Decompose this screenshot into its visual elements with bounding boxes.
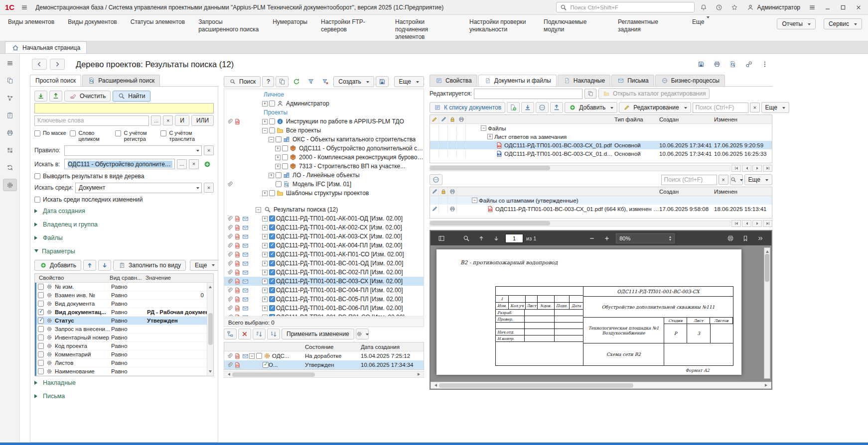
item-checkbox[interactable] bbox=[276, 181, 282, 187]
last-page-button[interactable] bbox=[763, 165, 772, 172]
pdf-page-input[interactable] bbox=[505, 234, 523, 243]
apply-change-button[interactable]: Применить изменение bbox=[282, 329, 354, 339]
param-row[interactable]: № изм. Равно bbox=[36, 283, 207, 291]
result-checkbox[interactable] bbox=[269, 278, 275, 284]
search-string-input[interactable] bbox=[34, 103, 214, 113]
to-documents-list-button[interactable]: К списку документов bbox=[430, 102, 505, 113]
tree-item[interactable]: 2000 - Комплексная реконструкция буровой… bbox=[224, 153, 424, 162]
pdf-zoom-in-button[interactable] bbox=[601, 233, 613, 244]
item-checkbox[interactable] bbox=[282, 145, 288, 151]
import-query-button[interactable] bbox=[34, 91, 47, 102]
expander[interactable] bbox=[262, 297, 268, 302]
tree-view-button[interactable] bbox=[224, 329, 237, 339]
column-value[interactable]: Значение bbox=[145, 275, 207, 281]
keywords-clear-button[interactable]: × bbox=[163, 115, 173, 125]
file-row[interactable]: W ОДС111-РД-ТП01-001-ВС-003-СХ_01.docx О… bbox=[430, 149, 772, 158]
current-user-button[interactable]: Администратор bbox=[743, 3, 803, 11]
add-search-location-button[interactable] bbox=[201, 159, 214, 170]
column-created[interactable]: Создан bbox=[659, 189, 714, 195]
open-edit-catalog-button[interactable]: Открыть каталог редактирования bbox=[598, 88, 710, 99]
result-checkbox[interactable] bbox=[269, 216, 275, 222]
expander[interactable] bbox=[262, 234, 268, 239]
param-checkbox[interactable] bbox=[38, 334, 44, 340]
print-column-icon[interactable] bbox=[448, 188, 457, 196]
refresh-button[interactable] bbox=[290, 76, 303, 87]
search-in-combo[interactable]: ОДС111 - Обустройство дополнительно... bbox=[64, 159, 175, 169]
close-button[interactable] bbox=[852, 2, 865, 13]
help-button[interactable]: ? bbox=[262, 76, 274, 87]
editing-input[interactable] bbox=[474, 89, 582, 99]
expander[interactable] bbox=[249, 199, 255, 204]
menu-item[interactable]: Настройки подчинения элементов bbox=[395, 18, 456, 41]
pdf-bookmark-button[interactable] bbox=[739, 233, 751, 244]
rule-combo[interactable] bbox=[64, 145, 202, 156]
param-checkbox[interactable] bbox=[38, 368, 44, 374]
column-created[interactable]: Дата создания bbox=[361, 344, 424, 350]
tree-results-checkbox[interactable]: Выводить результаты в виде дерева bbox=[34, 173, 214, 180]
result-checkbox[interactable] bbox=[269, 233, 275, 239]
cancel-changes-button[interactable] bbox=[238, 329, 251, 339]
add-param-button[interactable]: Добавить bbox=[34, 260, 81, 271]
form-action-button[interactable] bbox=[742, 59, 755, 70]
expander[interactable] bbox=[262, 225, 268, 230]
scroll-thumb[interactable] bbox=[430, 221, 550, 225]
param-row[interactable]: Наименование Равно bbox=[36, 367, 207, 376]
rule-clear-button[interactable]: × bbox=[204, 145, 214, 155]
expander[interactable] bbox=[275, 155, 281, 160]
result-checkbox[interactable] bbox=[269, 224, 275, 230]
search-result-item[interactable]: PDF ОДС111-РД-ТП01-001-АК-004-ПЛ [Изм. 0… bbox=[224, 241, 424, 250]
maximize-button[interactable] bbox=[837, 2, 850, 13]
menu-item[interactable]: Запросы расширенного поиска bbox=[198, 18, 259, 33]
save-tree-button[interactable] bbox=[376, 76, 389, 87]
search-in-options-button[interactable]: ... bbox=[177, 159, 187, 169]
pdf-find-button[interactable] bbox=[460, 233, 472, 244]
pdf-zoom-out-button[interactable] bbox=[586, 233, 598, 244]
param-row[interactable]: Запрос на внесени... Равно bbox=[36, 325, 207, 334]
search-result-item[interactable]: PDF ОДС111-РД-ТП01-001-АК-П01-СО [Изм. 0… bbox=[224, 250, 424, 259]
column-modified[interactable]: Изменен bbox=[714, 116, 772, 122]
edit-column-icon[interactable] bbox=[430, 115, 439, 123]
param-checkbox[interactable] bbox=[38, 326, 44, 332]
file-row[interactable]: Файлы bbox=[430, 124, 772, 132]
expander[interactable] bbox=[256, 92, 261, 98]
menu-item[interactable]: Настройки проверки уникальности bbox=[469, 18, 530, 33]
lock-column-icon[interactable] bbox=[439, 188, 448, 196]
param-checkbox[interactable] bbox=[38, 292, 44, 298]
param-checkbox[interactable] bbox=[38, 351, 44, 357]
expander[interactable] bbox=[269, 173, 274, 178]
checkbox[interactable] bbox=[34, 173, 40, 179]
params-more-button[interactable]: Еще bbox=[190, 260, 218, 271]
left-toolbar-button[interactable] bbox=[3, 126, 17, 139]
menu-item[interactable]: Виды документов bbox=[68, 18, 117, 26]
result-checkbox[interactable] bbox=[269, 269, 275, 275]
expander[interactable] bbox=[262, 128, 268, 133]
param-row[interactable]: Код проекта Равно bbox=[36, 342, 207, 350]
window-menu-button[interactable] bbox=[806, 2, 819, 13]
file-actions-button[interactable] bbox=[536, 102, 549, 113]
expander[interactable] bbox=[256, 362, 261, 368]
expander[interactable] bbox=[262, 216, 268, 222]
expander[interactable] bbox=[262, 119, 268, 124]
search-result-item[interactable]: PDF ОДС111-РД-ТП01-001-ВС-004-ПЛ [Изм. 0… bbox=[224, 286, 424, 295]
scroll-right-icon[interactable] bbox=[765, 384, 769, 387]
next-page-button[interactable] bbox=[752, 220, 762, 227]
param-row[interactable]: Статус Равно Утвержден bbox=[36, 317, 207, 325]
menu-more-button[interactable]: Еще bbox=[692, 18, 710, 26]
spin-down-icon[interactable] bbox=[669, 239, 671, 242]
row-checkbox[interactable] bbox=[256, 353, 262, 359]
result-checkbox[interactable] bbox=[269, 314, 275, 317]
scroll-left-icon[interactable] bbox=[226, 373, 230, 376]
last-changes-checkbox[interactable]: Искать среди последних изменений bbox=[34, 196, 214, 203]
item-checkbox[interactable] bbox=[269, 118, 275, 124]
scroll-thumb[interactable] bbox=[430, 166, 550, 170]
expander[interactable] bbox=[262, 191, 268, 196]
filter-button[interactable] bbox=[304, 76, 317, 87]
param-checkbox[interactable] bbox=[38, 360, 44, 366]
panel-tab[interactable]: Бизнес-процессы bbox=[655, 75, 725, 86]
checkbox[interactable] bbox=[160, 130, 166, 136]
expander[interactable] bbox=[487, 151, 493, 156]
translit-checkbox[interactable]: С учётом транслита bbox=[160, 130, 202, 142]
menu-item[interactable]: Нумераторы bbox=[273, 18, 307, 26]
tab-advanced-search[interactable]: Расширенный поиск bbox=[82, 75, 160, 86]
upload-file-button[interactable] bbox=[550, 102, 563, 113]
